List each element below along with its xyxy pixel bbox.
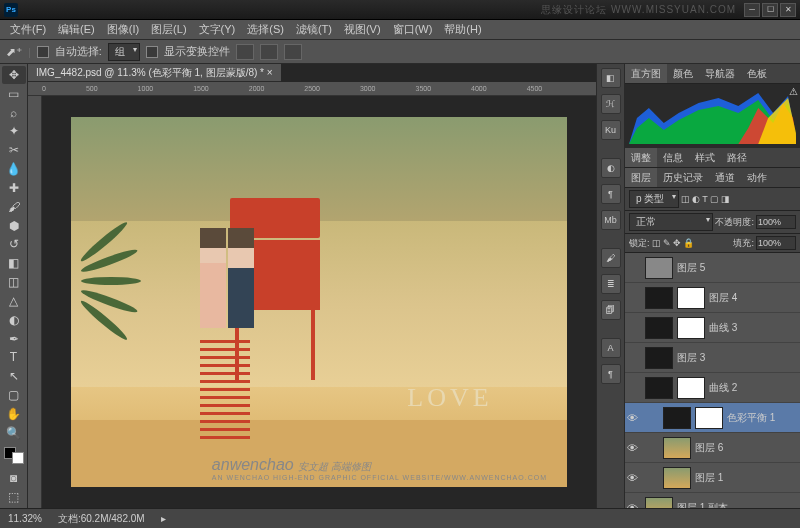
shape-tool[interactable]: ▢: [2, 386, 26, 404]
stamp-tool[interactable]: ⬢: [2, 217, 26, 235]
path-tool[interactable]: ↖: [2, 367, 26, 385]
lock-icon[interactable]: ✎: [663, 238, 671, 248]
panel-icon-9[interactable]: 🗐: [601, 300, 621, 320]
panel-icon-2[interactable]: ℋ: [601, 94, 621, 114]
eraser-tool[interactable]: ◧: [2, 254, 26, 272]
layer-thumbnail[interactable]: [645, 287, 673, 309]
layer-row[interactable]: 曲线 2: [625, 373, 800, 403]
layer-thumbnail[interactable]: [663, 407, 691, 429]
lock-icon[interactable]: ✥: [673, 238, 681, 248]
align-icon-3[interactable]: [284, 44, 302, 60]
menu-type[interactable]: 文字(Y): [193, 20, 242, 39]
screenmode-tool[interactable]: ⬚: [2, 488, 26, 506]
zoom-value[interactable]: 11.32%: [8, 513, 42, 524]
tab-paths[interactable]: 路径: [721, 148, 753, 167]
filter-icon[interactable]: ◨: [721, 194, 730, 204]
history-brush-tool[interactable]: ↺: [2, 235, 26, 253]
mask-thumbnail[interactable]: [677, 317, 705, 339]
eyedropper-tool[interactable]: 💧: [2, 160, 26, 178]
layer-thumbnail[interactable]: [663, 467, 691, 489]
menu-filter[interactable]: 滤镜(T): [290, 20, 338, 39]
align-icon-2[interactable]: [260, 44, 278, 60]
layer-row[interactable]: 图层 3: [625, 343, 800, 373]
tab-channels[interactable]: 通道: [709, 168, 741, 187]
histogram-warning-icon[interactable]: ⚠: [789, 86, 798, 97]
tab-navigator[interactable]: 导航器: [699, 64, 741, 83]
gradient-tool[interactable]: ◫: [2, 273, 26, 291]
marquee-tool[interactable]: ▭: [2, 85, 26, 103]
tab-styles[interactable]: 样式: [689, 148, 721, 167]
panel-icon-6[interactable]: Mb: [601, 210, 621, 230]
menu-edit[interactable]: 编辑(E): [52, 20, 101, 39]
visibility-toggle[interactable]: 👁: [627, 472, 641, 484]
mask-thumbnail[interactable]: [677, 287, 705, 309]
filter-icon[interactable]: ◫: [681, 194, 690, 204]
minimize-button[interactable]: ─: [744, 3, 760, 17]
tab-color[interactable]: 颜色: [667, 64, 699, 83]
statusbar-arrow-icon[interactable]: ▸: [161, 513, 166, 524]
move-tool-icon[interactable]: ⬈⁺: [6, 45, 22, 59]
tab-history[interactable]: 历史记录: [657, 168, 709, 187]
opacity-input[interactable]: [756, 215, 796, 229]
layer-row[interactable]: 👁色彩平衡 1: [625, 403, 800, 433]
fill-input[interactable]: [756, 236, 796, 250]
tab-swatches[interactable]: 色板: [741, 64, 773, 83]
type-tool[interactable]: T: [2, 348, 26, 366]
menu-view[interactable]: 视图(V): [338, 20, 387, 39]
filter-icon[interactable]: ◐: [692, 194, 700, 204]
panel-icon-10[interactable]: A: [601, 338, 621, 358]
menu-select[interactable]: 选择(S): [241, 20, 290, 39]
layer-row[interactable]: 👁图层 6: [625, 433, 800, 463]
layer-kind-dropdown[interactable]: p 类型: [629, 190, 679, 208]
visibility-toggle[interactable]: 👁: [627, 502, 641, 509]
layer-row[interactable]: 图层 5: [625, 253, 800, 283]
layer-thumbnail[interactable]: [645, 257, 673, 279]
filter-icon[interactable]: T: [702, 194, 708, 204]
blend-mode-dropdown[interactable]: 正常: [629, 213, 713, 231]
tab-histogram[interactable]: 直方图: [625, 64, 667, 83]
visibility-toggle[interactable]: 👁: [627, 442, 641, 454]
maximize-button[interactable]: ☐: [762, 3, 778, 17]
menu-file[interactable]: 文件(F): [4, 20, 52, 39]
auto-select-checkbox[interactable]: [37, 46, 49, 58]
layer-thumbnail[interactable]: [663, 437, 691, 459]
tab-adjust[interactable]: 调整: [625, 148, 657, 167]
filter-icon[interactable]: ▢: [710, 194, 719, 204]
auto-select-dropdown[interactable]: 组: [108, 43, 140, 61]
tab-info[interactable]: 信息: [657, 148, 689, 167]
panel-icon-3[interactable]: Ku: [601, 120, 621, 140]
layer-row[interactable]: 曲线 3: [625, 313, 800, 343]
close-button[interactable]: ✕: [780, 3, 796, 17]
panel-icon-1[interactable]: ◧: [601, 68, 621, 88]
pen-tool[interactable]: ✒: [2, 330, 26, 348]
document-tab[interactable]: IMG_4482.psd @ 11.3% (色彩平衡 1, 图层蒙版/8) * …: [28, 64, 281, 82]
dodge-tool[interactable]: ◐: [2, 311, 26, 329]
move-tool[interactable]: ✥: [2, 66, 26, 84]
layer-thumbnail[interactable]: [645, 377, 673, 399]
lock-icon[interactable]: ◫: [652, 238, 661, 248]
panel-icon-7[interactable]: 🖌: [601, 248, 621, 268]
crop-tool[interactable]: ✂: [2, 141, 26, 159]
menu-layer[interactable]: 图层(L): [145, 20, 192, 39]
menu-help[interactable]: 帮助(H): [438, 20, 487, 39]
layer-row[interactable]: 图层 4: [625, 283, 800, 313]
canvas[interactable]: LOVE anwenchao 安文超 高端修图 AN WENCHAO HIGH-…: [42, 96, 596, 508]
menu-image[interactable]: 图像(I): [101, 20, 145, 39]
layer-thumbnail[interactable]: [645, 347, 673, 369]
align-icon-1[interactable]: [236, 44, 254, 60]
mask-thumbnail[interactable]: [677, 377, 705, 399]
quickmask-tool[interactable]: ◙: [2, 469, 26, 487]
menu-window[interactable]: 窗口(W): [387, 20, 439, 39]
panel-icon-11[interactable]: ¶: [601, 364, 621, 384]
panel-icon-8[interactable]: ≣: [601, 274, 621, 294]
zoom-tool[interactable]: 🔍: [2, 424, 26, 442]
layer-thumbnail[interactable]: [645, 317, 673, 339]
visibility-toggle[interactable]: 👁: [627, 412, 641, 424]
layer-row[interactable]: 👁图层 1: [625, 463, 800, 493]
lock-icon[interactable]: 🔒: [683, 238, 694, 248]
tab-actions[interactable]: 动作: [741, 168, 773, 187]
healing-tool[interactable]: ✚: [2, 179, 26, 197]
wand-tool[interactable]: ✦: [2, 122, 26, 140]
layer-thumbnail[interactable]: [645, 497, 673, 509]
color-swatches[interactable]: [4, 447, 24, 465]
